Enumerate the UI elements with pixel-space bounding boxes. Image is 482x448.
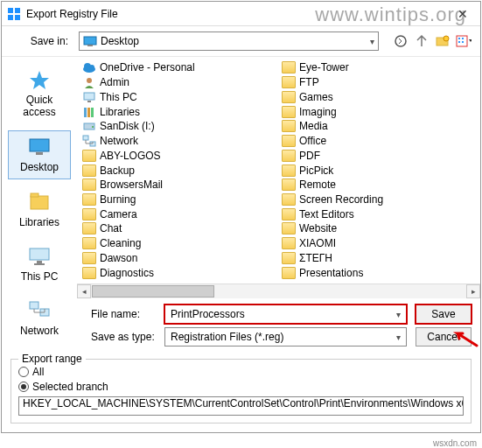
file-item-label: Cleaning: [100, 237, 141, 249]
radio-icon: [18, 367, 29, 377]
save-in-row: Save in: Desktop ▾: [2, 26, 480, 56]
filename-input[interactable]: PrintProcessors ▾: [164, 304, 407, 324]
window-title: Export Registry File: [26, 8, 451, 20]
file-item[interactable]: Eye-Tower: [276, 60, 476, 75]
svg-rect-30: [87, 108, 90, 117]
file-item[interactable]: Burning: [77, 192, 276, 207]
svg-point-26: [87, 78, 92, 83]
sidebar-item-network[interactable]: Network: [8, 295, 71, 342]
pc-icon: [82, 91, 96, 103]
file-item[interactable]: ABY-LOGOS: [77, 148, 276, 163]
svg-rect-20: [34, 263, 45, 265]
file-item[interactable]: SanDisk (I:): [77, 119, 276, 134]
sidebar-item-libraries[interactable]: Libraries: [8, 186, 71, 234]
file-item[interactable]: Imaging: [276, 104, 476, 119]
up-icon[interactable]: [414, 33, 430, 49]
file-item-label: Remote: [299, 178, 336, 191]
saveas-combo[interactable]: Registration Files (*.reg) ▾: [164, 327, 407, 346]
branch-path-input[interactable]: HKEY_LOCAL_MACHINE\SYSTEM\CurrentControl…: [18, 396, 464, 416]
svg-rect-15: [36, 152, 43, 155]
new-folder-icon[interactable]: [435, 33, 451, 49]
file-item[interactable]: Media: [276, 119, 476, 134]
file-item-label: Presentations: [299, 267, 363, 279]
footer-watermark: wsxdn.com: [433, 438, 477, 448]
folder-icon: [82, 252, 96, 264]
file-item[interactable]: Website: [276, 221, 476, 236]
file-item-label: Media: [299, 120, 328, 132]
file-item[interactable]: Games: [276, 89, 476, 104]
scroll-right-icon[interactable]: ▸: [466, 284, 480, 298]
scroll-thumb[interactable]: [92, 285, 214, 298]
titlebar: Export Registry File ✕: [2, 2, 480, 26]
file-item-label: FTP: [299, 76, 319, 88]
file-item[interactable]: FTP: [276, 75, 476, 90]
folder-icon: [282, 237, 296, 249]
file-item[interactable]: This PC: [77, 89, 276, 104]
file-item-label: BrowsersMail: [100, 178, 163, 191]
file-item-label: Dawson: [100, 252, 137, 264]
save-in-value: Desktop: [101, 35, 370, 47]
file-item[interactable]: PDF: [276, 148, 476, 163]
file-item-label: XIAOMI: [299, 237, 336, 249]
file-item[interactable]: Screen Recording: [276, 192, 476, 207]
view-menu-icon[interactable]: [456, 33, 472, 49]
scroll-left-icon[interactable]: ◂: [77, 284, 91, 298]
svg-rect-14: [30, 139, 49, 151]
sidebar-item-quick-access[interactable]: Quick access: [8, 64, 71, 123]
file-item[interactable]: Office: [276, 134, 476, 149]
file-item[interactable]: Chat: [77, 221, 276, 236]
horizontal-scrollbar[interactable]: ◂ ▸: [77, 284, 480, 298]
cloud-icon: [82, 61, 96, 74]
file-item[interactable]: Presentations: [276, 265, 476, 280]
file-list: OneDrive - PersonalAdminThis PCLibraries…: [77, 57, 480, 354]
libraries-icon: [27, 192, 52, 213]
save-button[interactable]: Save: [416, 304, 472, 324]
file-item[interactable]: Cleaning: [77, 236, 276, 251]
folder-icon: [82, 237, 96, 249]
file-item[interactable]: Admin: [77, 75, 276, 90]
drive-icon: [82, 120, 96, 132]
radio-selected-branch[interactable]: Selected branch: [18, 381, 464, 393]
file-item[interactable]: OneDrive - Personal: [77, 60, 276, 75]
file-item[interactable]: ΣΤΕΓΗ: [276, 251, 476, 266]
file-item-label: This PC: [100, 91, 137, 103]
lib-icon: [82, 106, 96, 118]
close-icon[interactable]: ✕: [451, 7, 475, 21]
network-icon: [27, 300, 52, 321]
file-item-label: Burning: [100, 193, 136, 206]
sidebar-item-this-pc[interactable]: This PC: [8, 241, 71, 288]
file-item[interactable]: Text Editors: [276, 206, 476, 221]
file-item[interactable]: Camera: [77, 206, 276, 221]
svg-rect-21: [30, 302, 38, 309]
scroll-track[interactable]: [91, 284, 466, 298]
svg-rect-12: [458, 41, 460, 43]
svg-rect-27: [84, 93, 94, 100]
desktop-icon: [27, 136, 52, 158]
file-item-label: Imaging: [299, 106, 337, 118]
sidebar-item-desktop[interactable]: Desktop: [8, 130, 71, 179]
folder-icon: [282, 106, 296, 118]
file-item[interactable]: Dawson: [77, 251, 276, 266]
file-item-label: SanDisk (I:): [100, 120, 155, 132]
chevron-down-icon: ▾: [396, 332, 401, 342]
radio-icon: [18, 382, 29, 392]
folder-icon: [82, 150, 96, 162]
radio-all[interactable]: All: [18, 366, 464, 378]
cancel-button[interactable]: Cancel: [416, 327, 472, 346]
radio-all-label: All: [32, 366, 44, 378]
svg-rect-18: [30, 248, 49, 260]
desktop-icon: [83, 36, 97, 46]
file-item[interactable]: BrowsersMail: [77, 178, 276, 192]
back-icon[interactable]: [393, 33, 409, 49]
file-item[interactable]: Libraries: [77, 104, 276, 119]
svg-rect-31: [91, 108, 94, 117]
save-in-combo[interactable]: Desktop ▾: [79, 32, 379, 51]
file-item[interactable]: Diagnostics: [77, 265, 276, 280]
file-item[interactable]: XIAOMI: [276, 236, 476, 251]
folder-icon: [82, 193, 96, 206]
sidebar-item-label: This PC: [21, 270, 59, 283]
file-item[interactable]: Backup: [77, 163, 276, 178]
file-item[interactable]: Network: [77, 134, 276, 149]
file-item[interactable]: Remote: [276, 178, 476, 192]
file-item[interactable]: PicPick: [276, 163, 476, 178]
